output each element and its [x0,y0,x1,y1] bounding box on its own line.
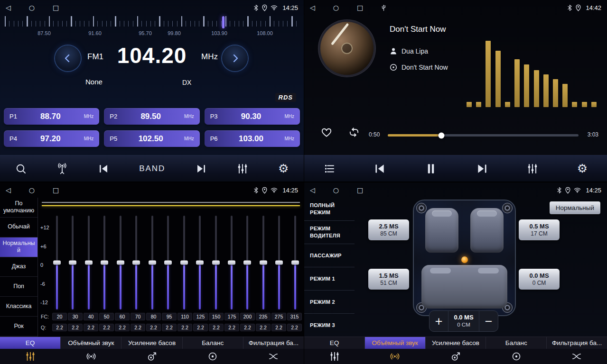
preset-button-p6[interactable]: P6 103.00 MHz [205,130,300,147]
slider-handle[interactable] [85,261,93,265]
tab-eq-icon-cell[interactable] [304,349,365,364]
nav-back-button[interactable]: ◁ [6,187,11,193]
mode-1[interactable]: РЕЖИМ 1 [304,267,355,291]
seek-bar[interactable] [388,134,579,136]
slider-handle[interactable] [228,261,235,265]
prev-station-button[interactable] [98,163,109,174]
eq-band-slider-95hz[interactable] [163,216,173,309]
nav-home-button[interactable]: ○ [333,187,339,193]
scan-button[interactable] [15,163,27,174]
tab-surround-icon-cell[interactable] [61,349,121,364]
eq-band-slider-150hz[interactable] [211,216,221,309]
slider-handle[interactable] [275,261,283,265]
tune-down-button[interactable] [55,46,81,71]
eq-band-slider-275hz[interactable] [274,216,284,309]
eq-preset-default[interactable]: По умолчанию [0,198,37,218]
broadcast-button[interactable] [56,163,68,174]
nav-back-button[interactable]: ◁ [310,4,315,11]
mode-3[interactable]: РЕЖИМ 3 [304,314,355,337]
delay-front-right-button[interactable]: 0.5 MS 17 CM [519,219,560,240]
tab-bass-boost[interactable]: Усиление басов [121,337,182,349]
tab-filter[interactable]: Фильтрация ба... [547,337,607,349]
eq-band-slider-80hz[interactable] [148,216,157,309]
slider-handle[interactable] [117,261,124,265]
tab-surround[interactable]: Объёмный звук [61,337,121,349]
delay-front-left-button[interactable]: 2.5 MS 85 CM [368,219,409,240]
preset-button-p3[interactable]: P3 90.30 MHz [205,108,300,125]
eq-band-slider-315hz[interactable] [290,216,300,309]
slider-handle[interactable] [132,261,140,265]
slider-handle[interactable] [101,261,108,265]
eq-band-slider-70hz[interactable] [131,216,141,309]
eq-band-slider-20hz[interactable] [52,216,62,309]
eq-band-slider-110hz[interactable] [179,216,189,309]
mode-driver[interactable]: РЕЖИМ ВОДИТЕЛЯ [304,221,355,244]
slider-handle[interactable] [53,261,61,265]
repeat-button[interactable] [348,126,360,140]
slider-handle[interactable] [180,261,188,265]
slider-handle[interactable] [196,261,204,265]
previous-track-button[interactable] [374,163,386,175]
tab-eq[interactable]: EQ [304,337,365,349]
mode-passenger[interactable]: ПАССАЖИР [304,244,355,267]
tab-bass-icon-cell[interactable] [121,349,182,364]
eq-preset-rock[interactable]: Рок [0,317,37,337]
nav-back-button[interactable]: ◁ [6,4,11,11]
tab-eq-icon-cell[interactable] [0,349,61,364]
nav-recents-button[interactable]: □ [53,187,59,193]
tab-filter[interactable]: Фильтрация ба... [243,337,304,349]
tab-balance-icon-cell[interactable] [486,349,547,364]
slider-handle[interactable] [291,261,299,265]
tab-surround[interactable]: Объёмный звук [365,337,426,349]
eq-preset-jazz[interactable]: Джаз [0,257,37,277]
eq-preset-custom[interactable]: Обычай [0,218,37,237]
eq-band-slider-50hz[interactable] [100,216,109,309]
tab-surround-icon-cell[interactable] [365,349,426,364]
slider-handle[interactable] [149,261,156,265]
eq-preset-classic[interactable]: Классика [0,297,37,317]
slider-handle[interactable] [243,261,251,265]
nav-recents-button[interactable]: □ [357,187,363,193]
listening-position-marker[interactable] [461,256,468,263]
mode-2[interactable]: РЕЖИМ 2 [304,291,355,314]
tab-bass-icon-cell[interactable] [425,349,486,364]
nav-back-button[interactable]: ◁ [310,187,315,193]
preset-button-p4[interactable]: P4 97.20 MHz [4,130,99,147]
nav-home-button[interactable]: ○ [333,4,339,11]
equalizer-button[interactable] [527,163,538,174]
tab-eq[interactable]: EQ [0,337,61,349]
tune-up-button[interactable] [222,46,248,71]
tab-filter-icon-cell[interactable] [243,349,304,364]
eq-band-slider-30hz[interactable] [68,216,77,309]
equalizer-button[interactable] [237,163,248,174]
nav-recents-button[interactable]: □ [357,4,363,11]
settings-button[interactable]: ⚙ [278,163,289,174]
delay-rear-right-button[interactable]: 0.0 MS 0 CM [519,269,560,290]
settings-button[interactable]: ⚙ [577,163,588,174]
preset-button-p1[interactable]: P1 88.70 MHz [4,108,99,125]
eq-preset-pop[interactable]: Поп [0,277,37,297]
nav-recents-button[interactable]: □ [53,4,59,11]
eq-band-slider-175hz[interactable] [227,216,236,309]
pause-button[interactable] [425,163,437,175]
slider-handle[interactable] [69,261,76,265]
seek-thumb[interactable] [438,132,444,138]
preset-button-p2[interactable]: P2 89.50 MHz [104,108,199,125]
nav-home-button[interactable]: ○ [29,187,35,193]
next-station-button[interactable] [196,163,207,174]
playlist-button[interactable] [324,163,335,174]
delay-rear-left-button[interactable]: 1.5 MS 51 CM [368,269,409,290]
decrease-delay-button[interactable]: − [479,311,498,331]
preset-badge[interactable]: Нормальный [550,201,600,214]
eq-preset-normal[interactable]: Нормальный [0,237,37,257]
eq-band-slider-200hz[interactable] [243,216,252,309]
tab-balance-icon-cell[interactable] [182,349,243,364]
nav-home-button[interactable]: ○ [29,4,35,11]
eq-band-slider-40hz[interactable] [84,216,93,309]
tab-balance[interactable]: Баланс [486,337,547,349]
slider-handle[interactable] [212,261,220,265]
eq-band-slider-235hz[interactable] [259,216,268,309]
mode-full[interactable]: ПОЛНЫЙ РЕЖИМ [304,198,355,221]
increase-delay-button[interactable]: + [430,311,448,331]
slider-handle[interactable] [260,261,267,265]
